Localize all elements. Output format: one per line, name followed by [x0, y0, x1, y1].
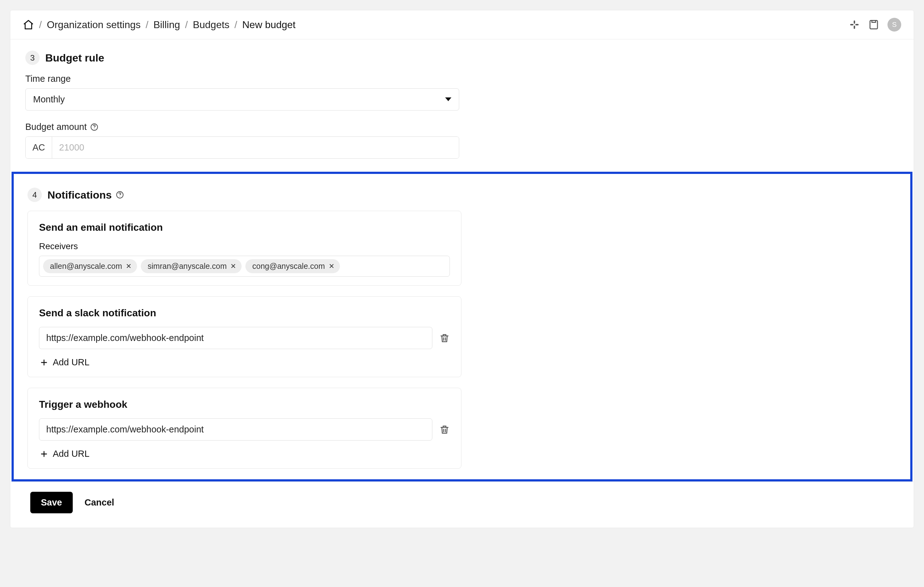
breadcrumb-sep: / [185, 19, 188, 31]
chip-remove-icon[interactable]: ✕ [329, 263, 334, 270]
delete-icon[interactable] [439, 424, 450, 435]
breadcrumb-sep: / [39, 19, 42, 31]
chip-label: simran@anyscale.com [148, 262, 227, 271]
budget-amount-input[interactable] [52, 137, 459, 158]
time-range-value: Monthly [33, 94, 65, 104]
step-4-title-text: Notifications [48, 189, 112, 201]
breadcrumb-budgets[interactable]: Budgets [193, 19, 229, 31]
home-icon[interactable] [23, 19, 34, 30]
breadcrumb-sep: / [234, 19, 237, 31]
add-webhook-url-button[interactable]: Add URL [39, 447, 90, 460]
email-notification-card: Send an email notification Receivers all… [28, 211, 461, 286]
receiver-chip: simran@anyscale.com ✕ [141, 259, 242, 273]
receiver-chip: allen@anyscale.com ✕ [43, 259, 137, 273]
step-4-badge: 4 [28, 188, 42, 202]
svg-rect-2 [854, 21, 855, 24]
svg-rect-4 [870, 21, 878, 29]
step-3-header: 3 Budget rule [25, 51, 459, 65]
help-icon[interactable] [116, 190, 124, 199]
slack-card-title: Send a slack notification [39, 307, 450, 319]
slack-url-row [39, 327, 450, 349]
breadcrumb-sep: / [146, 19, 148, 31]
app-frame: / Organization settings / Billing / Budg… [10, 10, 914, 528]
breadcrumb: / Organization settings / Billing / Budg… [23, 19, 295, 31]
svg-rect-3 [854, 26, 855, 29]
slack-url-input[interactable] [39, 327, 432, 349]
svg-point-8 [120, 197, 120, 197]
step-3-title: Budget rule [45, 52, 104, 64]
add-url-label: Add URL [53, 449, 89, 459]
header-bar: / Organization settings / Billing / Budg… [10, 10, 914, 39]
docs-icon[interactable] [868, 19, 879, 30]
breadcrumb-new-budget: New budget [242, 19, 295, 31]
receiver-chip: cong@anyscale.com ✕ [245, 259, 340, 273]
header-actions: S [849, 18, 901, 31]
chevron-down-icon [445, 94, 451, 104]
cancel-button[interactable]: Cancel [84, 498, 114, 508]
step-3-badge: 3 [25, 51, 40, 65]
add-slack-url-button[interactable]: Add URL [39, 356, 90, 368]
budget-amount-label-text: Budget amount [25, 122, 87, 132]
budget-amount-label: Budget amount [25, 122, 459, 132]
time-range-label: Time range [25, 74, 459, 84]
save-button[interactable]: Save [30, 492, 73, 513]
currency-prefix: AC [26, 137, 52, 158]
breadcrumb-billing[interactable]: Billing [153, 19, 180, 31]
webhook-card-title: Trigger a webhook [39, 399, 450, 410]
budget-amount-input-group: AC [25, 136, 459, 159]
notifications-highlight: 4 Notifications Send an email notificati… [12, 172, 912, 481]
slack-icon[interactable] [849, 19, 860, 30]
help-icon[interactable] [90, 123, 99, 131]
email-card-title: Send an email notification [39, 222, 450, 233]
webhook-url-input[interactable] [39, 418, 432, 441]
time-range-select[interactable]: Monthly [25, 88, 459, 111]
breadcrumb-org-settings[interactable]: Organization settings [47, 19, 141, 31]
content: 3 Budget rule Time range Monthly Budget … [10, 39, 914, 481]
budget-rule-section: 3 Budget rule Time range Monthly Budget … [25, 51, 459, 159]
avatar[interactable]: S [888, 18, 901, 31]
svg-point-6 [94, 128, 94, 129]
receivers-label: Receivers [39, 241, 450, 251]
receivers-input[interactable]: allen@anyscale.com ✕ simran@anyscale.com… [39, 256, 450, 277]
footer-bar: Save Cancel [10, 481, 914, 527]
delete-icon[interactable] [439, 333, 450, 344]
chip-label: allen@anyscale.com [50, 262, 122, 271]
svg-rect-0 [850, 24, 854, 26]
chip-label: cong@anyscale.com [252, 262, 325, 271]
webhook-card: Trigger a webhook Add URL [28, 388, 461, 469]
chip-remove-icon[interactable]: ✕ [126, 263, 131, 270]
webhook-url-row [39, 418, 450, 441]
step-4-header: 4 Notifications [28, 188, 461, 202]
chip-remove-icon[interactable]: ✕ [230, 263, 236, 270]
slack-notification-card: Send a slack notification Add URL [28, 296, 461, 377]
add-url-label: Add URL [53, 357, 89, 367]
step-4-title: Notifications [48, 189, 124, 201]
svg-rect-1 [855, 24, 859, 26]
